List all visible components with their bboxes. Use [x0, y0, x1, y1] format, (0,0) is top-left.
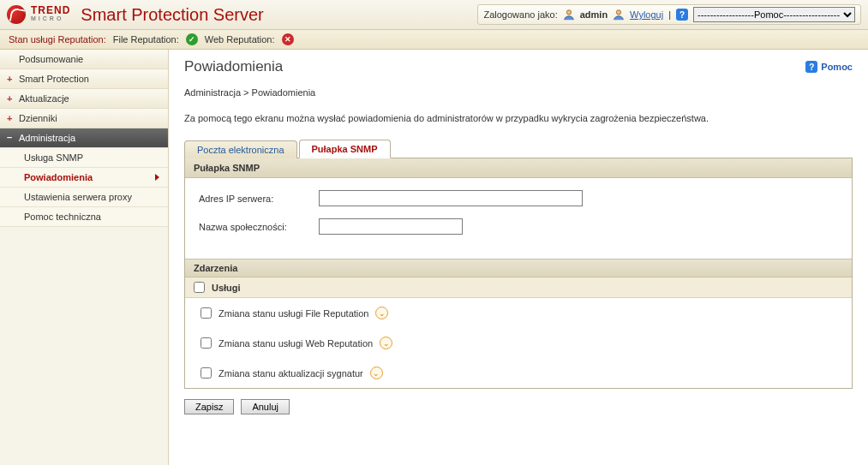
user-icon: [563, 9, 575, 21]
file-rep-label: File Reputation:: [113, 34, 179, 45]
brand-line1: TREND: [31, 7, 70, 15]
tabs: Poczta elektroniczna Pułapka SNMP: [184, 139, 853, 158]
svg-point-1: [616, 10, 620, 15]
file-rep-checkbox[interactable]: [201, 307, 212, 319]
sidebar: Podsumowanie Smart Protection Aktualizac…: [0, 50, 169, 465]
help-icon[interactable]: ?: [676, 9, 688, 21]
server-ip-input[interactable]: [319, 190, 583, 206]
services-master-checkbox[interactable]: [194, 282, 205, 293]
username: admin: [580, 9, 608, 20]
check-label: Zmiana stanu usługi Web Reputation: [218, 338, 373, 349]
status-ok-icon: ✓: [186, 33, 198, 45]
cancel-button[interactable]: Anuluj: [241, 399, 290, 414]
breadcrumb-leaf: Powiadomienia: [252, 87, 316, 98]
status-error-icon: ✕: [282, 33, 294, 45]
brand-logo: TREND MICRO: [7, 5, 70, 24]
services-header-label: Usługi: [212, 283, 241, 293]
breadcrumb-sep: >: [243, 87, 248, 98]
breadcrumb: Administracja > Powiadomienia: [184, 87, 853, 98]
svg-point-0: [566, 10, 571, 15]
app-header: TREND MICRO Smart Protection Server Zalo…: [0, 0, 868, 30]
help-icon: ?: [805, 61, 817, 73]
community-input[interactable]: [319, 218, 463, 235]
signature-update-checkbox[interactable]: [201, 367, 212, 379]
tab-label: Pułapka SNMP: [312, 144, 378, 154]
web-rep-label: Web Reputation:: [205, 34, 275, 45]
page-help-link[interactable]: ? Pomoc: [805, 61, 853, 73]
tab-label: Poczta elektroniczna: [197, 145, 284, 155]
sidebar-sub-snmp[interactable]: Usługa SNMP: [0, 148, 168, 168]
status-bar: Stan usługi Reputation: File Reputation:…: [0, 30, 868, 50]
save-button[interactable]: Zapisz: [184, 399, 234, 414]
breadcrumb-root: Administracja: [184, 87, 241, 98]
brand-text: TREND MICRO: [31, 7, 70, 22]
community-label: Nazwa społeczności:: [199, 222, 310, 232]
events-header: Zdarzenia: [185, 259, 852, 277]
help-select[interactable]: ------------------Pomoc-----------------…: [693, 7, 855, 22]
sidebar-item-label: Pomoc techniczna: [24, 212, 101, 222]
sidebar-item-administration[interactable]: Administracja: [0, 128, 168, 148]
tab-snmp-trap[interactable]: Pułapka SNMP: [299, 140, 391, 158]
sidebar-item-label: Aktualizacje: [19, 93, 69, 104]
arrow-right-icon: [155, 174, 159, 181]
panel-title: Pułapka SNMP: [185, 158, 852, 178]
sidebar-sub-support[interactable]: Pomoc techniczna: [0, 207, 168, 227]
sidebar-sub-notifications[interactable]: Powiadomienia: [0, 168, 168, 188]
status-left-label: Stan usługi Reputation:: [9, 34, 106, 45]
page-title: Powiadomienia: [184, 58, 283, 75]
separator: |: [668, 9, 671, 20]
sidebar-item-logs[interactable]: Dzienniki: [0, 109, 168, 128]
help-label: Pomoc: [821, 62, 853, 72]
sidebar-item-label: Smart Protection: [19, 74, 89, 84]
logged-in-label: Zalogowano jako:: [483, 9, 557, 20]
web-rep-checkbox[interactable]: [201, 337, 212, 349]
expand-down-icon[interactable]: ⌄: [370, 367, 383, 379]
sidebar-item-label: Podsumowanie: [19, 54, 83, 64]
sidebar-item-label: Ustawienia serwera proxy: [24, 192, 132, 202]
sidebar-item-label: Dzienniki: [19, 113, 57, 123]
expand-down-icon[interactable]: ⌄: [380, 337, 392, 349]
tab-email[interactable]: Poczta elektroniczna: [184, 140, 297, 158]
logout-link[interactable]: Wyloguj: [630, 9, 663, 20]
sidebar-item-summary[interactable]: Podsumowanie: [0, 50, 168, 69]
sidebar-sub-proxy[interactable]: Ustawienia serwera proxy: [0, 188, 168, 207]
server-ip-label: Adres IP serwera:: [199, 194, 310, 204]
sidebar-item-smart-protection[interactable]: Smart Protection: [0, 69, 168, 89]
sidebar-item-updates[interactable]: Aktualizacje: [0, 89, 168, 109]
page-intro: Za pomocą tego ekranu można wysłać powia…: [184, 113, 853, 123]
brand-line2: MICRO: [31, 15, 70, 22]
services-check-row: Usługi: [185, 277, 852, 298]
check-label: Zmiana stanu aktualizacji sygnatur: [218, 368, 363, 379]
sidebar-item-label: Administracja: [19, 133, 75, 143]
trend-logo-icon: [7, 5, 26, 24]
content-area: Powiadomienia ? Pomoc Administracja > Po…: [169, 50, 868, 465]
expand-down-icon[interactable]: ⌄: [375, 307, 388, 319]
logout-user-icon: [613, 9, 625, 21]
check-label: Zmiana stanu usługi File Reputation: [218, 308, 368, 319]
snmp-panel: Pułapka SNMP Adres IP serwera: Nazwa spo…: [184, 158, 853, 389]
sidebar-item-label: Powiadomienia: [24, 172, 93, 182]
sidebar-item-label: Usługa SNMP: [24, 152, 83, 163]
header-user-box: Zalogowano jako: admin Wyloguj | ? -----…: [477, 4, 861, 25]
product-title: Smart Protection Server: [81, 5, 263, 25]
